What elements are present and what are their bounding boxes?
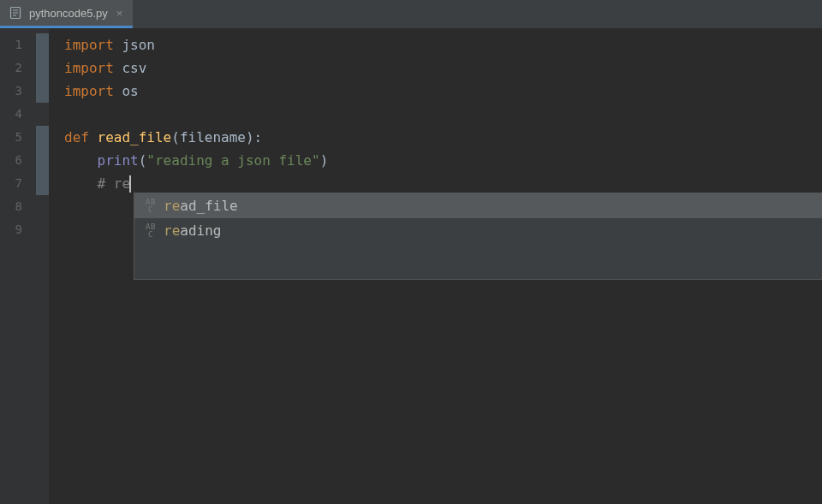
line-number: 3 xyxy=(0,80,36,103)
code-line[interactable]: def read_file(filename): xyxy=(49,126,822,149)
tab-bar: pythoncode5.py × xyxy=(0,0,822,28)
change-indicator xyxy=(36,126,49,149)
line-number: 2 xyxy=(0,56,36,80)
word-completion-icon: ABC xyxy=(145,199,157,214)
line-number: 9 xyxy=(0,218,36,241)
change-indicator xyxy=(36,80,49,103)
autocomplete-label: read_file xyxy=(164,198,238,214)
autocomplete-item[interactable]: ABC read_file xyxy=(134,193,822,218)
line-number: 4 xyxy=(0,103,36,126)
autocomplete-popup[interactable]: ABC read_file ABC reading xyxy=(134,193,822,280)
change-indicator xyxy=(36,56,49,80)
editor-area: 1 2 3 4 5 6 7 8 9 import json import csv… xyxy=(0,28,822,504)
tab-filename: pythoncode5.py xyxy=(29,7,108,20)
line-number: 7 xyxy=(0,172,36,195)
line-number: 5 xyxy=(0,126,36,149)
autocomplete-padding xyxy=(134,243,822,279)
close-icon[interactable]: × xyxy=(115,7,125,20)
word-completion-icon: ABC xyxy=(145,223,157,239)
line-number: 8 xyxy=(0,195,36,218)
change-indicator xyxy=(36,103,49,126)
change-indicator xyxy=(36,218,49,241)
change-indicator-gutter xyxy=(36,28,49,504)
code-line[interactable] xyxy=(49,103,822,126)
change-indicator xyxy=(36,149,49,172)
line-number-gutter[interactable]: 1 2 3 4 5 6 7 8 9 xyxy=(0,28,36,504)
code-editor[interactable]: import json import csv import os def rea… xyxy=(49,28,822,504)
code-line[interactable]: print("reading a json file") xyxy=(49,149,822,172)
autocomplete-label: reading xyxy=(164,222,221,239)
change-indicator xyxy=(36,172,49,195)
code-line[interactable]: import csv xyxy=(49,56,822,80)
editor-tab[interactable]: pythoncode5.py × xyxy=(0,0,133,28)
code-line[interactable]: # re xyxy=(49,172,822,195)
code-line[interactable]: import os xyxy=(49,80,822,103)
change-indicator xyxy=(36,195,49,218)
line-number: 1 xyxy=(0,33,36,56)
autocomplete-item[interactable]: ABC reading xyxy=(134,218,822,243)
text-cursor xyxy=(129,175,131,193)
line-number: 6 xyxy=(0,149,36,172)
change-indicator xyxy=(36,33,49,56)
code-line[interactable]: import json xyxy=(49,33,822,56)
python-file-icon xyxy=(9,6,22,20)
